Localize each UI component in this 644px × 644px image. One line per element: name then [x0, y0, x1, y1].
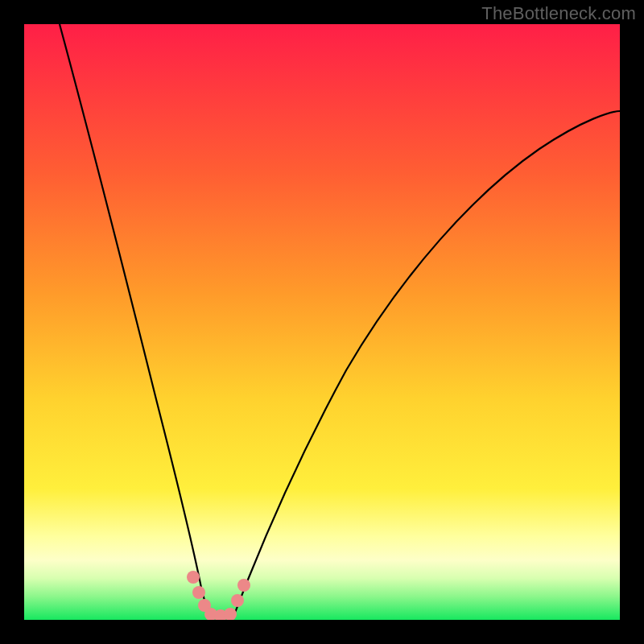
svg-point-0	[187, 571, 200, 584]
gradient-background	[24, 24, 620, 620]
plot-area	[24, 24, 620, 620]
svg-point-1	[192, 586, 205, 599]
watermark-label: TheBottleneck.com	[481, 3, 636, 24]
svg-point-6	[231, 594, 244, 607]
svg-point-7	[237, 579, 250, 592]
chart-frame: TheBottleneck.com	[0, 0, 644, 644]
chart-svg	[24, 24, 620, 620]
